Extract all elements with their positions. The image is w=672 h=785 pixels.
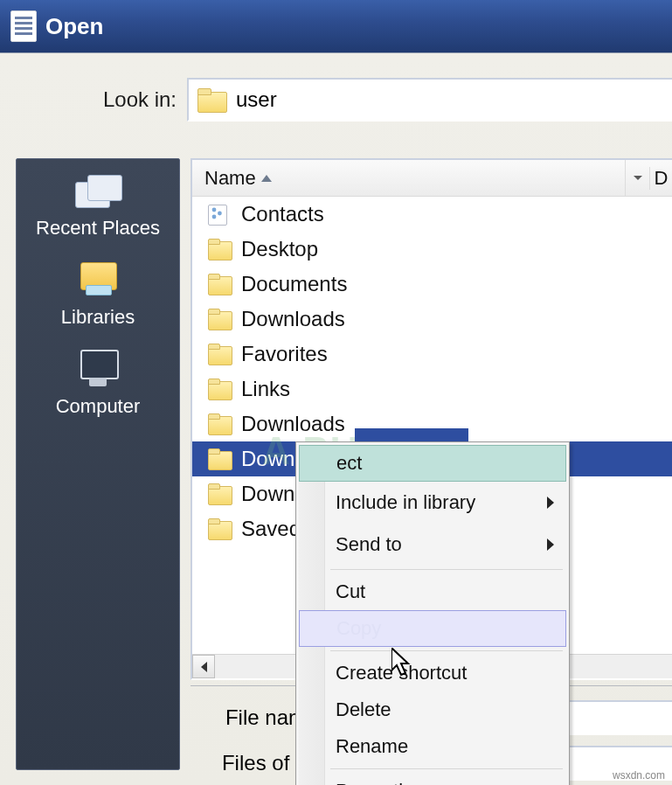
computer-icon xyxy=(73,348,122,390)
lookin-value: user xyxy=(236,87,277,112)
file-name: Favorites xyxy=(241,342,328,366)
title-bar: Open xyxy=(0,0,672,52)
folder-icon xyxy=(208,344,234,365)
context-menu-item-label: Cut xyxy=(336,580,365,603)
lookin-combo[interactable]: user xyxy=(187,78,672,122)
file-name: Links xyxy=(241,377,290,401)
submenu-arrow-icon xyxy=(547,538,554,551)
folder-icon xyxy=(208,413,234,434)
place-libraries-label: Libraries xyxy=(17,306,179,329)
folder-icon xyxy=(208,379,234,399)
context-menu-item[interactable]: Create shortcut xyxy=(299,655,566,691)
place-recent[interactable]: Recent Places xyxy=(17,170,179,255)
context-menu-separator xyxy=(330,650,563,651)
context-menu-item-label: Delete xyxy=(336,698,391,721)
file-name: Saved xyxy=(241,517,301,541)
context-menu-separator xyxy=(330,768,563,769)
context-menu-item-label: Copy xyxy=(336,617,381,640)
scroll-left-arrow-icon[interactable] xyxy=(192,655,215,678)
lookin-row: Look in: user xyxy=(0,53,672,122)
file-name: Downloads xyxy=(241,307,345,331)
folder-icon xyxy=(208,239,234,260)
sort-asc-icon xyxy=(261,175,272,182)
place-recent-label: Recent Places xyxy=(17,217,179,240)
context-menu-item[interactable]: Include in library xyxy=(299,482,566,524)
context-menu-item[interactable]: ect xyxy=(299,445,566,482)
context-menu-item-label: Properties xyxy=(336,780,423,785)
recent-places-icon xyxy=(73,173,122,212)
file-row[interactable]: Contacts xyxy=(192,197,672,232)
context-menu-item[interactable]: Copy xyxy=(299,610,566,647)
submenu-arrow-icon xyxy=(547,497,554,509)
window-title: Open xyxy=(45,13,103,40)
place-computer-label: Computer xyxy=(17,395,179,418)
file-row[interactable]: Favorites xyxy=(192,337,672,372)
app-icon xyxy=(10,10,37,42)
column-name[interactable]: Name xyxy=(192,167,625,190)
context-menu-separator xyxy=(330,569,563,570)
context-menu-item[interactable]: Send to xyxy=(299,524,566,566)
site-watermark: wsxdn.com xyxy=(613,769,665,782)
file-row[interactable]: Documents xyxy=(192,267,672,302)
context-menu-item-label: Rename xyxy=(336,735,408,758)
places-bar: Recent Places Libraries Computer xyxy=(16,158,180,770)
place-computer[interactable]: Computer xyxy=(17,344,179,434)
context-menu[interactable]: ectInclude in librarySend toCutCopyCreat… xyxy=(295,441,570,785)
column-name-label: Name xyxy=(204,167,256,190)
dialog-body: Look in: user Recent Places Libraries Co… xyxy=(0,52,672,785)
context-menu-item[interactable]: Delete xyxy=(299,691,566,728)
folder-icon xyxy=(208,518,234,539)
folder-icon xyxy=(197,88,225,111)
context-menu-item-label: Include in library xyxy=(336,491,475,514)
context-menu-item-label: Create shortcut xyxy=(336,662,467,684)
lookin-label: Look in: xyxy=(0,87,184,112)
context-menu-item[interactable]: Rename xyxy=(299,728,566,765)
column-right[interactable]: D xyxy=(649,167,672,190)
folder-icon xyxy=(208,448,234,469)
libraries-icon xyxy=(73,259,122,301)
list-header: Name D xyxy=(192,160,672,197)
file-name: Contacts xyxy=(241,202,324,226)
context-menu-item-label: ect xyxy=(336,452,362,475)
file-row[interactable]: Links xyxy=(192,372,672,406)
file-row[interactable]: Desktop xyxy=(192,232,672,267)
place-libraries[interactable]: Libraries xyxy=(17,255,179,344)
file-name: Documents xyxy=(241,272,347,296)
column-dropdown[interactable] xyxy=(625,160,649,196)
folder-icon xyxy=(208,483,234,504)
context-menu-item[interactable]: Properties xyxy=(299,773,566,785)
file-row[interactable]: Downloads xyxy=(192,302,672,337)
context-menu-item[interactable]: Cut xyxy=(299,573,566,610)
file-name: Desktop xyxy=(241,237,318,261)
contacts-icon xyxy=(208,204,234,225)
folder-icon xyxy=(208,274,234,295)
context-menu-item-label: Send to xyxy=(336,533,402,556)
folder-icon xyxy=(208,309,234,330)
